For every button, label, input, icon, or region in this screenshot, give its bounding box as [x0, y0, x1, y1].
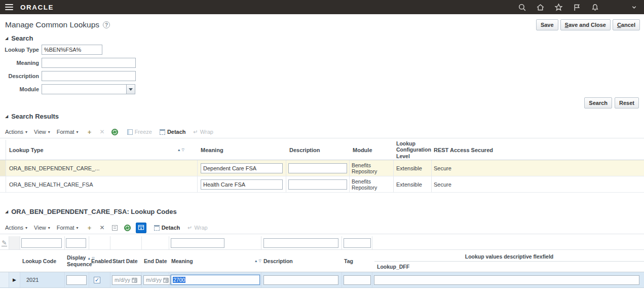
bell-icon[interactable] — [591, 3, 599, 12]
detach-button[interactable]: Detach — [154, 225, 180, 231]
caret-down-icon: ▾ — [25, 130, 27, 134]
description-cell-input[interactable] — [288, 179, 347, 190]
end-date-input[interactable] — [144, 277, 163, 283]
description-label: Description — [3, 73, 39, 79]
module-dropdown-button[interactable] — [126, 84, 135, 94]
chevron-down-icon — [129, 88, 133, 91]
check-icon: ✓ — [95, 277, 99, 283]
lookup-type-input[interactable] — [42, 45, 102, 55]
enabled-checkbox[interactable]: ✓ — [94, 277, 100, 283]
add-row-icon[interactable]: + — [85, 223, 94, 232]
actions-menu[interactable]: Actions▾ — [5, 225, 27, 231]
sort-ascending-icon: ▲ — [177, 148, 181, 152]
chevron-down-icon[interactable] — [631, 5, 637, 11]
caret-down-icon: ▾ — [25, 226, 27, 230]
table-row[interactable]: ORA_BEN_HEALTH_CARE_FSA Benefits Reposit… — [0, 176, 644, 193]
format-menu[interactable]: Format▾ — [57, 129, 79, 135]
meaning-cell-input[interactable] — [201, 163, 283, 173]
caret-down-icon: ▾ — [48, 130, 50, 134]
filter-tag-input[interactable] — [344, 238, 371, 248]
rest-cell: Secure — [432, 176, 644, 192]
col-lookup-type: Lookup Type ▲▽ — [6, 147, 198, 153]
reset-button[interactable]: Reset — [615, 97, 639, 108]
rest-cell: Secure — [432, 160, 644, 176]
col-enabled: Enabled — [89, 258, 110, 264]
manage-common-lookups-page: ORACLE Manage Common Lookups ? Save Save… — [0, 0, 644, 292]
calendar-icon[interactable] — [132, 277, 137, 283]
actions-menu[interactable]: Actions▾ — [5, 129, 27, 135]
query-by-example-toggle[interactable] — [136, 223, 146, 233]
col-start-date: Start Date — [110, 258, 142, 264]
description-input[interactable] — [263, 275, 338, 285]
meaning-input[interactable] — [42, 58, 136, 68]
menu-icon[interactable] — [5, 4, 13, 10]
col-description: Description — [286, 147, 350, 153]
help-icon[interactable]: ? — [103, 21, 110, 28]
grid-icon[interactable] — [110, 223, 120, 232]
search-icon[interactable] — [518, 3, 526, 12]
meaning-input-focused[interactable]: 2700 — [171, 275, 260, 285]
search-button[interactable]: Search — [584, 97, 612, 108]
view-menu[interactable]: View▾ — [34, 129, 50, 135]
start-date-input[interactable] — [112, 277, 132, 283]
expand-row-icon[interactable]: ▶ — [13, 277, 16, 282]
description-input[interactable] — [42, 71, 136, 81]
lookup-dff-input[interactable] — [374, 275, 639, 285]
cancel-button[interactable]: Cancel — [613, 19, 640, 30]
start-date-field[interactable] — [112, 275, 141, 285]
format-menu[interactable]: Format▾ — [57, 225, 79, 231]
table-row[interactable]: ORA_BEN_DEPENDENT_CARE_... Benefits Repo… — [0, 160, 644, 176]
refresh-icon[interactable] — [110, 127, 120, 136]
col-description: Description — [261, 258, 342, 264]
results-section-collapse-icon[interactable]: ◢ — [5, 115, 8, 119]
search-section-collapse-icon[interactable]: ◢ — [5, 36, 8, 41]
col-module: Module — [350, 147, 394, 153]
filter-description-input[interactable] — [263, 238, 338, 248]
filter-lookup-code-input[interactable] — [21, 238, 62, 248]
codes-section-title: ORA_BEN_DEPENDENT_CARE_FSA: Lookup Codes — [11, 208, 177, 215]
save-button[interactable]: Save — [536, 19, 558, 30]
col-lookup-configuration-level: Lookup Configuration Level — [394, 140, 432, 159]
tag-input[interactable] — [344, 275, 371, 285]
row-header-cell[interactable] — [0, 160, 6, 176]
global-header: ORACLE — [0, 0, 644, 14]
filter-display-sequence-input[interactable] — [66, 238, 86, 248]
filter-meaning-input[interactable] — [171, 238, 224, 248]
detach-button[interactable]: Detach — [160, 129, 186, 135]
lookup-codes-table: ✎ Lookup Code Display ▲▽ Sequence Enabl — [0, 236, 644, 288]
wrap-icon: ↵ — [194, 129, 198, 135]
col-lookup-dff: Lookup_DFF — [374, 262, 644, 270]
col-meaning: Meaning ▲▽ — [169, 258, 261, 264]
flag-icon[interactable] — [573, 3, 581, 12]
caret-down-icon: ▾ — [48, 226, 50, 230]
add-row-icon[interactable]: + — [85, 127, 94, 136]
display-sequence-input[interactable] — [66, 275, 87, 285]
col-display-sequence: Display ▲▽ Sequence — [65, 254, 89, 267]
refresh-icon[interactable] — [123, 223, 132, 232]
star-icon[interactable] — [554, 3, 563, 12]
calendar-icon[interactable] — [163, 277, 169, 283]
sort-icons[interactable]: ▲▽ — [177, 148, 184, 152]
delete-row-icon[interactable]: ✕ — [98, 223, 107, 232]
description-cell-input[interactable] — [288, 163, 347, 173]
end-date-field[interactable] — [143, 275, 170, 285]
freeze-icon — [127, 129, 133, 135]
wrap-button: ↵Wrap — [187, 225, 207, 231]
module-select[interactable] — [42, 84, 135, 94]
view-menu[interactable]: View▾ — [34, 225, 50, 231]
header-buttons: Save Save and Close Cancel — [536, 19, 640, 30]
module-label: Module — [3, 86, 39, 92]
module-input[interactable] — [42, 84, 127, 94]
meaning-cell-input[interactable] — [201, 179, 283, 190]
detach-icon — [160, 129, 165, 135]
row-header-cell[interactable] — [0, 176, 6, 192]
caret-down-icon: ▾ — [77, 226, 79, 230]
save-and-close-button[interactable]: Save and Close — [560, 19, 611, 30]
meaning-label: Meaning — [3, 60, 39, 66]
table-row[interactable]: ▶ 2021 ✓ 2700 — [0, 272, 644, 288]
codes-section-collapse-icon[interactable]: ◢ — [5, 210, 8, 214]
sort-icons[interactable]: ▲▽ — [254, 259, 261, 263]
results-section-title: Search Results — [11, 113, 59, 120]
col-end-date: End Date — [142, 258, 169, 264]
home-icon[interactable] — [536, 3, 545, 12]
